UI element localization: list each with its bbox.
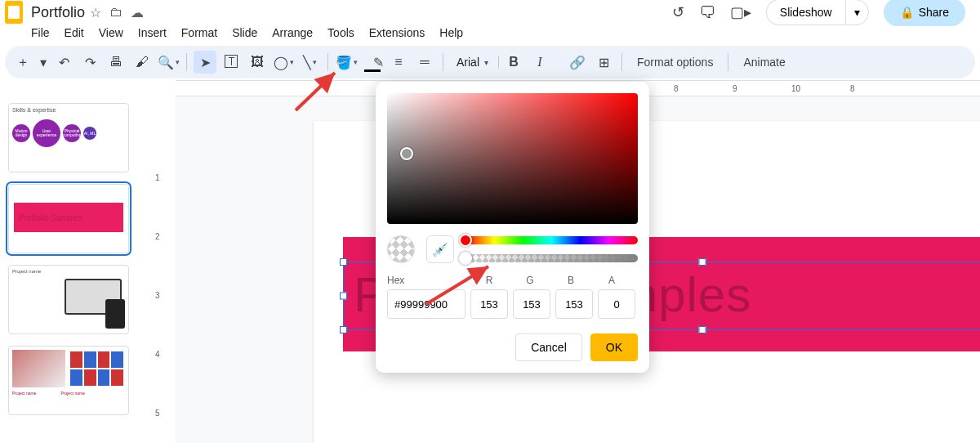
menu-slide[interactable]: Slide: [232, 26, 257, 39]
slide-thumb-1[interactable]: Skills & expertise Motion design User ex…: [8, 103, 129, 172]
undo-button[interactable]: ↶: [52, 51, 75, 74]
menu-view[interactable]: View: [99, 26, 123, 39]
filmstrip: Skills & expertise Motion design User ex…: [0, 96, 145, 443]
format-options-button[interactable]: Format options: [629, 56, 721, 69]
bold-button[interactable]: B: [502, 51, 525, 74]
print-button[interactable]: 🖶: [105, 51, 127, 74]
bubble: Motion design: [12, 124, 30, 142]
image-tool[interactable]: 🖼: [246, 51, 269, 74]
paint-format-button[interactable]: 🖌: [131, 51, 154, 74]
resize-handle[interactable]: [340, 258, 347, 266]
shape-tool[interactable]: ◯: [272, 51, 295, 74]
menu-insert[interactable]: Insert: [138, 26, 167, 39]
slideshow-dropdown[interactable]: ▾: [845, 0, 869, 25]
color-gradient-canvas[interactable]: [387, 93, 638, 224]
border-color-button[interactable]: ✎: [361, 51, 384, 74]
textbox-tool[interactable]: 🅃: [220, 51, 243, 74]
zoom-button[interactable]: 🔍: [157, 51, 180, 74]
slideshow-button[interactable]: Slideshow: [766, 0, 845, 25]
resize-handle[interactable]: [340, 326, 347, 333]
label-g: G: [510, 275, 550, 286]
bubble: Physical computing: [63, 124, 81, 142]
menu-format[interactable]: Format: [181, 26, 217, 39]
menu-help[interactable]: Help: [439, 26, 463, 39]
slides-logo: [5, 1, 23, 24]
ruler-tick: 9: [733, 84, 737, 93]
insert-comment-button[interactable]: ⊞: [592, 51, 615, 74]
label-hex: Hex: [387, 275, 469, 286]
font-selector[interactable]: Arial: [457, 56, 479, 69]
label-b: B: [550, 275, 591, 286]
share-label: Share: [919, 6, 949, 19]
meet-icon[interactable]: ▢▸: [730, 3, 751, 21]
cloud-icon[interactable]: ☁: [131, 5, 144, 20]
menu-tools[interactable]: Tools: [327, 26, 354, 39]
lock-icon: 🔒: [900, 6, 914, 19]
thumb-title: Skills & expertise: [12, 107, 125, 113]
slide-thumb-2[interactable]: Portfolio Samples: [8, 184, 129, 253]
a-input[interactable]: [598, 289, 635, 319]
b-input[interactable]: [555, 289, 593, 319]
ruler-tick: 8: [674, 84, 679, 93]
ruler-tick: 1: [155, 173, 160, 182]
ruler-tick: 10: [791, 84, 800, 93]
thumb-title: Project name: [12, 269, 125, 274]
ruler-tick: 4: [155, 350, 160, 359]
doc-title[interactable]: Portfolio: [31, 4, 85, 21]
ruler-tick: 2: [155, 232, 160, 241]
menu-file[interactable]: File: [31, 26, 50, 39]
select-tool[interactable]: ➤: [194, 51, 216, 74]
hex-input[interactable]: [387, 289, 466, 319]
thumb-caption: Project name: [60, 391, 84, 396]
insert-link-button[interactable]: 🔗: [566, 51, 589, 74]
toolbar: ＋ ▾ ↶ ↷ 🖶 🖌 🔍 ➤ 🅃 🖼 ◯ ╲ 🪣 ✎ ≡ ═ Arial ▾ …: [5, 46, 975, 78]
hue-thumb[interactable]: [459, 234, 472, 247]
resize-handle[interactable]: [699, 258, 706, 266]
color-cursor[interactable]: [400, 147, 413, 160]
color-picker-dialog: 💉 Hex R G B A Cancel OK: [376, 82, 649, 373]
current-color-swatch: [387, 235, 415, 263]
thumb-text: Portfolio Samples: [14, 203, 123, 232]
animate-button[interactable]: Animate: [735, 56, 793, 69]
resize-handle[interactable]: [699, 326, 706, 333]
menu-extensions[interactable]: Extensions: [369, 26, 425, 39]
cancel-button[interactable]: Cancel: [515, 333, 582, 361]
new-slide-button[interactable]: ＋: [11, 51, 34, 74]
menu-edit[interactable]: Edit: [65, 26, 84, 39]
font-dropdown-icon[interactable]: ▾: [484, 58, 488, 67]
alpha-thumb[interactable]: [459, 252, 472, 265]
line-tool[interactable]: ╲: [298, 51, 321, 74]
bubble: User experience: [33, 119, 60, 147]
ruler-tick: 8: [850, 84, 855, 93]
move-icon[interactable]: 🗀: [109, 5, 122, 20]
hue-slider[interactable]: [466, 236, 638, 244]
label-r: R: [469, 275, 510, 286]
comments-icon[interactable]: 🗨: [699, 3, 715, 22]
bubble: AI, ML: [83, 127, 96, 140]
history-icon[interactable]: ↺: [672, 3, 684, 21]
slide-thumb-3[interactable]: Project name: [8, 265, 129, 334]
label-a: A: [591, 275, 632, 286]
fill-color-button[interactable]: 🪣: [335, 51, 358, 74]
ok-button[interactable]: OK: [590, 333, 638, 361]
ruler-tick: 5: [155, 409, 160, 418]
g-input[interactable]: [513, 289, 550, 319]
ruler-tick: 3: [155, 291, 160, 300]
star-icon[interactable]: ☆: [90, 5, 101, 20]
menu-arrange[interactable]: Arrange: [272, 26, 313, 39]
vertical-ruler: 1 2 3 4 5: [145, 96, 175, 443]
share-button[interactable]: 🔒 Share: [884, 0, 965, 26]
border-weight-button[interactable]: ≡: [387, 51, 410, 74]
alpha-slider[interactable]: [466, 254, 638, 262]
slide-thumb-4[interactable]: Project name Project name: [8, 346, 129, 415]
resize-handle[interactable]: [340, 293, 347, 300]
new-slide-dropdown[interactable]: ▾: [38, 51, 49, 74]
redo-button[interactable]: ↷: [78, 51, 101, 74]
r-input[interactable]: [470, 289, 508, 319]
border-dash-button[interactable]: ═: [413, 51, 436, 74]
italic-button[interactable]: I: [528, 51, 551, 74]
thumb-caption: Project name: [12, 391, 36, 396]
eyedropper-button[interactable]: 💉: [426, 235, 454, 263]
